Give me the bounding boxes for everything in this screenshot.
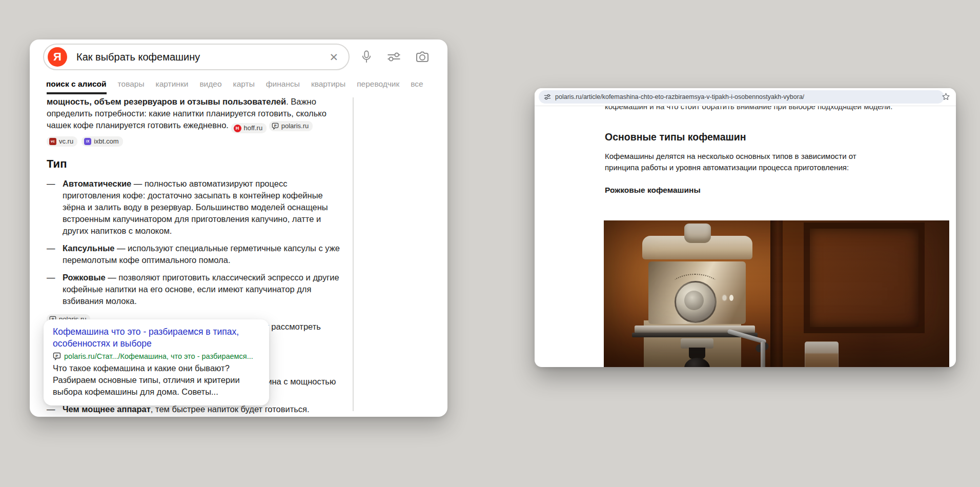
result-preview-popup: Кофемашина что это - разбираемся в типах… <box>44 319 269 405</box>
bullet-text: Рожковые — позволяют приготовить классич… <box>63 272 341 307</box>
microphone-icon[interactable] <box>361 50 372 64</box>
search-bar-icons <box>361 50 429 64</box>
clear-icon[interactable]: ✕ <box>329 52 338 63</box>
yandex-search-window: Я ✕ поиск с алисой <box>30 39 447 417</box>
clipped-previous-line <box>47 92 107 94</box>
tab-maps[interactable]: карты <box>233 79 255 89</box>
bookmark-star-icon[interactable] <box>942 92 950 103</box>
site-settings-icon[interactable] <box>544 93 551 100</box>
source-chip-label: polaris.ru <box>281 122 309 130</box>
tab-finance[interactable]: финансы <box>266 79 300 89</box>
search-input[interactable] <box>75 51 329 64</box>
list-item: — Автоматические — полностью автоматизир… <box>47 178 341 237</box>
bullet-dash: — <box>47 272 63 307</box>
result-url-row[interactable]: P polaris.ru/Стат.../Кофемашина, что это… <box>53 352 260 360</box>
section-heading-type: Тип <box>47 158 353 170</box>
desktop: { "search_window": { "logo_letter": "Я",… <box>0 0 980 487</box>
bullet-body: , тем быстрее напиток будет готовиться. <box>151 404 310 414</box>
tab-images[interactable]: картинки <box>156 79 189 89</box>
tab-search-with-alice[interactable]: поиск с алисой <box>46 79 107 89</box>
result-snippet: Что такое кофемашина и какие они бывают?… <box>53 362 260 398</box>
bullet-text: Капсульные — используют специальные герм… <box>63 242 341 266</box>
tab-video[interactable]: видео <box>199 79 221 89</box>
yandex-logo-icon[interactable]: Я <box>48 47 67 67</box>
source-chip-label: vc.ru <box>59 137 73 146</box>
list-item: — Рожковые — позволяют приготовить класс… <box>47 272 341 307</box>
result-title-link[interactable]: Кофемашина что это - разбираемся в типах… <box>53 326 260 350</box>
bullet-text: Автоматические — полностью автоматизирую… <box>63 178 341 237</box>
bullet-dash: — <box>47 242 63 266</box>
bullet-dash: — <box>47 178 63 237</box>
bullet-term: Рожковые <box>63 273 106 282</box>
occluded-text-fragment: ит рассмотреть <box>260 321 321 333</box>
result-intro-paragraph: мощность, объем резервуаров и отзывы пол… <box>47 96 341 133</box>
svg-text:P: P <box>55 354 58 358</box>
bullet-term: Автоматические <box>63 179 131 188</box>
browser-window: polaris.ru/article/kofemashina-chto-eto-… <box>535 88 956 367</box>
article-subheading: Рожковые кофемашины <box>605 186 701 195</box>
occluded-text-fragment: шина с мощностью <box>260 376 336 388</box>
search-results-column: мощность, объем резервуаров и отзывы пол… <box>47 92 353 324</box>
source-chip-vc[interactable]: vc vc.ru <box>47 136 77 147</box>
source-chip-hoff[interactable]: H hoff.ru <box>231 123 267 133</box>
search-service-tabs: поиск с алисой товары картинки видео кар… <box>46 79 423 89</box>
filters-icon[interactable] <box>387 51 401 63</box>
article-heading: Основные типы кофемашин <box>605 131 746 143</box>
tab-all[interactable]: все <box>411 79 423 89</box>
source-chip-ixbt[interactable]: iX ixbt.com <box>81 136 122 147</box>
photo-vignette <box>604 220 949 367</box>
image-search-camera-icon[interactable] <box>416 51 429 63</box>
source-chip-polaris[interactable]: P polaris.ru <box>269 121 313 131</box>
article-image-coffee-machine <box>604 220 949 367</box>
search-bar[interactable]: Я ✕ <box>43 44 350 70</box>
hoff-icon: H <box>234 125 241 132</box>
list-item: — Капсульные — используют специальные ге… <box>47 242 341 266</box>
tab-goods[interactable]: товары <box>118 79 145 89</box>
svg-text:P: P <box>274 124 276 128</box>
address-bar[interactable]: polaris.ru/article/kofemashina-chto-eto-… <box>539 90 944 104</box>
source-chip-label: hoff.ru <box>244 124 263 132</box>
source-chip-row: vc vc.ru iX ixbt.com <box>47 136 353 147</box>
polaris-bubble-icon: P <box>272 123 279 130</box>
result-url-text: polaris.ru/Стат.../Кофемашина, что это -… <box>64 352 253 360</box>
browser-toolbar: polaris.ru/article/kofemashina-chto-eto-… <box>535 88 956 106</box>
intro-bold-text: мощность, объем резервуаров и отзывы пол… <box>47 97 286 106</box>
article-paragraph: Кофемашины делятся на несколько основных… <box>605 151 892 173</box>
tab-apartments[interactable]: квартиры <box>311 79 345 89</box>
polaris-bubble-icon: P <box>53 352 61 360</box>
bullet-term: Капсульные <box>63 244 114 253</box>
vc-icon: vc <box>49 138 56 145</box>
tab-translator[interactable]: переводчик <box>357 79 399 89</box>
url-text[interactable]: polaris.ru/article/kofemashina-chto-eto-… <box>555 93 804 100</box>
ixbt-icon: iX <box>84 138 91 145</box>
source-chip-label: ixbt.com <box>94 137 118 146</box>
bullet-term: Чем мощнее аппарат <box>63 404 151 414</box>
